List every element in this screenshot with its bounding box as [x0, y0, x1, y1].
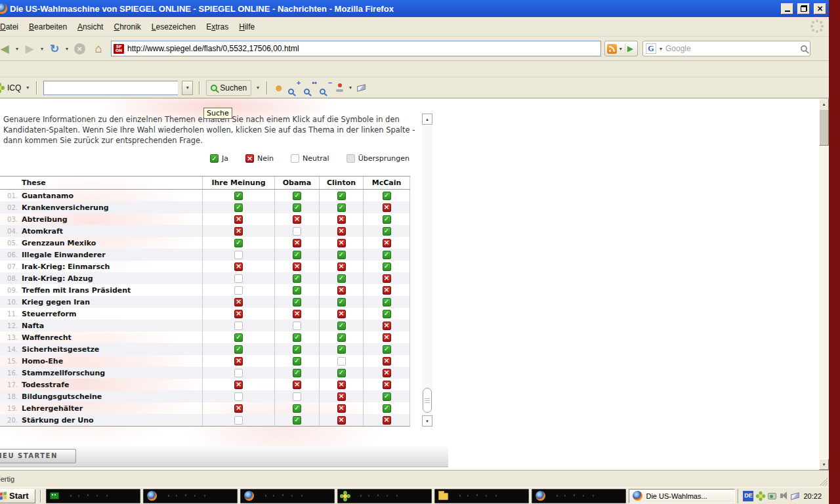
vote-icon-nein[interactable]: × [337, 310, 346, 318]
resize-grip[interactable] [820, 478, 828, 486]
icq-menu-label[interactable]: ICQ [7, 83, 21, 93]
rss-icon[interactable] [607, 44, 617, 54]
vote-icon-ja[interactable]: ✓ [234, 345, 243, 354]
vote-icon-neutral[interactable] [293, 227, 301, 236]
vote-icon-nein[interactable]: × [234, 215, 243, 224]
vote-icon-ja[interactable]: ✓ [234, 333, 243, 342]
vote-icon-ja[interactable]: ✓ [383, 345, 391, 354]
vote-icon-ja[interactable]: ✓ [293, 192, 301, 200]
stop-button[interactable]: × [70, 38, 89, 59]
vote-icon-ja[interactable]: ✓ [337, 298, 346, 306]
tray-eraser-icon[interactable] [791, 492, 800, 500]
vote-icon-ja[interactable]: ✓ [383, 404, 391, 413]
vote-icon-ja[interactable]: ✓ [383, 298, 391, 306]
vote-icon-nein[interactable]: × [383, 416, 391, 425]
vote-icon-nein[interactable]: × [234, 298, 243, 306]
vote-icon-ja[interactable]: ✓ [337, 192, 346, 200]
vote-icon-nein[interactable]: × [383, 369, 391, 377]
vote-icon-nein[interactable]: × [383, 286, 391, 295]
url-input[interactable] [127, 44, 598, 53]
row-these[interactable]: Nafta [20, 322, 202, 330]
vote-icon-ja[interactable]: ✓ [293, 251, 301, 259]
vote-icon-ja[interactable]: ✓ [293, 286, 301, 295]
vote-icon-neutral[interactable] [234, 392, 243, 401]
vote-icon-neutral[interactable] [234, 251, 243, 259]
vote-icon-ja[interactable]: ✓ [293, 357, 301, 366]
vote-icon-nein[interactable]: × [337, 239, 346, 247]
row-these[interactable]: Todesstrafe [20, 381, 202, 389]
row-these[interactable]: Irak-Krieg: Abzug [20, 274, 202, 283]
row-these[interactable]: Atomkraft [20, 227, 202, 236]
vote-icon-ja[interactable]: ✓ [383, 392, 391, 401]
vote-icon-nein[interactable]: × [293, 310, 301, 318]
vote-icon-ja[interactable]: ✓ [337, 274, 346, 283]
icq-search-input[interactable] [43, 81, 178, 95]
language-indicator[interactable]: DE [743, 491, 753, 501]
menu-item-extras[interactable]: Extras [201, 20, 234, 34]
vote-icon-nein[interactable]: × [293, 239, 301, 247]
vote-icon-ja[interactable]: ✓ [383, 310, 391, 318]
vote-icon-ja[interactable]: ✓ [293, 274, 301, 283]
vote-icon-neutral[interactable] [293, 322, 301, 330]
suchen-dropdown[interactable]: ▾ [255, 85, 261, 91]
vote-icon-ja[interactable]: ✓ [383, 251, 391, 259]
row-these[interactable]: Bildungsgutscheine [20, 392, 202, 401]
row-these[interactable]: Krieg gegen Iran [20, 298, 202, 306]
search-magnifier-icon[interactable] [801, 45, 807, 52]
row-these[interactable]: Sicherheitsgesetze [20, 345, 202, 354]
vote-icon-ja[interactable]: ✓ [337, 322, 346, 330]
tray-volume-icon[interactable] [780, 494, 783, 498]
cleaner-icon[interactable] [357, 84, 366, 92]
menu-item-lesezeichen[interactable]: Lesezeichen [146, 20, 201, 34]
vote-icon-ja[interactable]: ✓ [337, 333, 346, 342]
menu-item-chronik[interactable]: Chronik [108, 20, 146, 34]
web-search-input[interactable] [665, 44, 799, 53]
taskbar-task[interactable] [240, 489, 335, 503]
vote-icon-nein[interactable]: × [337, 262, 346, 271]
vote-icon-ja[interactable]: ✓ [337, 369, 346, 377]
vote-icon-nein[interactable]: × [383, 203, 391, 212]
menu-item-ansicht[interactable]: Ansicht [72, 20, 108, 34]
restart-button[interactable]: NEU STARTEN [0, 449, 76, 463]
tray-camera-icon[interactable] [768, 493, 776, 499]
vote-icon-neutral[interactable] [234, 274, 243, 283]
menu-item-datei[interactable]: Datei [0, 20, 24, 34]
icq-search-history-dropdown[interactable]: ▾ [182, 81, 193, 95]
vote-icon-nein[interactable]: × [337, 416, 346, 425]
scroll-down-button[interactable]: ▾ [819, 459, 829, 470]
forward-button[interactable]: ▶ [20, 38, 39, 59]
vote-icon-nein[interactable]: × [293, 262, 301, 271]
url-bar[interactable]: SP ON [111, 41, 601, 56]
vote-icon-neutral[interactable] [293, 392, 301, 401]
vote-icon-nein[interactable]: × [337, 404, 346, 413]
start-button[interactable]: Start [0, 489, 35, 503]
zoom-out-button[interactable]: − [320, 81, 331, 94]
row-these[interactable]: Treffen mit Irans Präsident [20, 286, 202, 295]
vote-icon-ja[interactable]: ✓ [383, 192, 391, 200]
flash-scroll-thumb[interactable] [423, 388, 432, 413]
zoom-reset-button[interactable]: ↔ [304, 81, 316, 94]
vote-icon-nein[interactable]: × [337, 215, 346, 224]
vote-icon-ja[interactable]: ✓ [293, 404, 301, 413]
games-dropdown[interactable]: ▾ [348, 85, 353, 91]
vote-icon-ja[interactable]: ✓ [293, 416, 301, 425]
home-button[interactable]: ⌂ [89, 38, 108, 59]
go-button[interactable]: ▶ [625, 44, 635, 53]
vote-icon-nein[interactable]: × [293, 215, 301, 224]
vote-icon-nein[interactable]: × [383, 333, 391, 342]
minimize-button[interactable] [781, 3, 793, 14]
taskbar-task[interactable] [46, 489, 140, 503]
vote-icon-neutral[interactable] [234, 286, 243, 295]
taskbar-task[interactable] [143, 489, 238, 503]
vote-icon-ja[interactable]: ✓ [234, 192, 243, 200]
vote-icon-neutral[interactable] [234, 322, 243, 330]
taskbar-task-active[interactable]: Die US-Wahlmas... [629, 489, 735, 503]
zoom-in-button[interactable]: + [288, 81, 300, 94]
flash-scroll-down-button[interactable]: ▾ [422, 415, 432, 427]
menu-item-bearbeiten[interactable]: Bearbeiten [24, 20, 72, 34]
rss-dropdown[interactable]: ▾ [618, 46, 623, 52]
row-these[interactable]: Stammzellforschung [20, 369, 202, 377]
vote-icon-ja[interactable]: ✓ [383, 227, 391, 236]
vote-icon-nein[interactable]: × [293, 381, 301, 389]
tray-icq-icon[interactable] [759, 494, 763, 497]
